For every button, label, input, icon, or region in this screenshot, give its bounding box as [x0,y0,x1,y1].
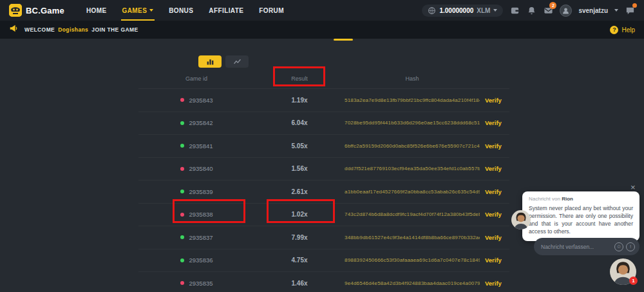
verify-button[interactable]: Verify [480,234,509,241]
chat-message-input[interactable] [541,244,612,250]
status-dot [180,98,184,102]
row-game-id: 2935843 [189,97,213,104]
game-id-cell: 2935842 [138,119,254,126]
table-row: 2935840 1.56x ddd7f521e87769103ecf94ea35… [138,158,509,181]
emoji-icon[interactable]: ☺ [614,242,623,251]
game-history-table: Game id Result Hash 2935843 1.19x 5183a2… [138,68,509,292]
chat-sender-name: Rion [562,196,573,202]
wallet-icon[interactable] [509,5,520,15]
row-result: 4.75x [254,257,345,264]
chat-launcher-avatar[interactable]: 1 [610,258,636,285]
row-game-id: 2935841 [189,142,213,150]
question-mark-icon: ? [610,26,618,34]
table-row: 2935838 1.02x 743c2d874b6d8a8dcdf9fc19ac… [138,204,509,227]
row-game-id: 2935837 [189,234,213,241]
table-row: 2935842 6.04x 7028be95dd95f441b633d6d296… [138,112,509,135]
status-dot [180,281,184,285]
table-row: 2935836 4.75x 8988392450666c53f30afaaaea… [138,249,509,273]
balance-selector[interactable]: 1.00000000 XLM [422,5,503,17]
chevron-down-icon [493,9,497,12]
announcement-text: WELCOME Dogishans JOIN THE GAME [24,26,138,33]
status-dot [180,235,184,239]
main-content: Game id Result Hash 2935843 1.19x 5183a2… [0,39,644,292]
verify-button[interactable]: Verify [480,257,509,264]
nav-item-affiliate[interactable]: AFFILIATE [209,0,243,21]
row-game-id: 2935835 [189,280,213,287]
row-result: 1.56x [254,165,345,172]
chat-message-text: System never placed any bet without your… [529,204,633,235]
bar-chart-icon [206,57,214,66]
announcement-suffix: JOIN THE GAME [91,26,138,33]
currency-label: XLM [477,7,490,14]
row-hash: ddd7f521e87769103ecf94ea35da50ee354efd1c… [345,166,480,171]
announcement-bar: WELCOME Dogishans JOIN THE GAME ? Help [0,21,644,39]
bell-icon[interactable] [526,5,536,15]
row-hash: a1bb0eaaf17ed4527669f2a0bba8cc53abab26c6… [345,189,480,195]
col-header-result: Result [254,75,345,82]
col-header-hash: Hash [345,75,480,82]
game-id-cell: 2935840 [138,165,254,172]
page: BC.Game HOMEGAMESBONUSAFFILIATEFORUM 1.0… [0,0,644,292]
announcement-username[interactable]: Dogishans [58,26,88,33]
status-dot [180,190,184,193]
bc-game-logo[interactable]: BC.Game [9,4,64,17]
verify-button[interactable]: Verify [480,97,509,104]
table-row: 2935841 5.05x 6bffc2a59159d2060d0abc85f5… [138,135,509,158]
username[interactable]: svenjatzu [578,7,608,14]
agent-avatar [511,210,531,229]
game-id-cell: 2935838 [138,211,254,218]
my-bets-toggle-button[interactable] [198,55,222,68]
verify-button[interactable]: Verify [480,119,509,126]
chevron-down-icon[interactable] [614,9,618,12]
topbar: BC.Game HOMEGAMESBONUSAFFILIATEFORUM 1.0… [0,0,644,21]
trend-toggle-button[interactable] [225,55,249,68]
close-icon[interactable]: × [630,183,636,191]
col-header-game-id: Game id [138,75,254,82]
help-label: Help [621,26,635,34]
row-hash: 7028be95dd95f441b633d6d296e0ae15cc6238dd… [345,120,480,126]
coin-globe-icon [428,6,436,15]
nav-item-home[interactable]: HOME [86,0,107,21]
row-result: 2.61x [254,188,345,195]
verify-button[interactable]: Verify [480,165,509,172]
chat-message-card: Nachricht von Rion System never placed a… [522,191,639,241]
status-dot [180,121,184,125]
trend-line-icon [233,57,242,66]
mail-badge: 2 [549,2,556,9]
verify-button[interactable]: Verify [480,188,509,195]
chevron-down-icon [149,9,153,12]
table-body: 2935843 1.19x 5183a2ea7e9d8e13fb79bbf21b… [138,89,509,292]
row-result: 7.99x [254,234,345,241]
balance-amount: 1.00000000 [439,7,473,14]
verify-button[interactable]: Verify [480,280,509,287]
nav-item-bonus[interactable]: BONUS [169,0,193,21]
chat-notification-dot [632,3,637,8]
status-dot [180,258,184,262]
table-row: 2935839 2.61x a1bb0eaaf17ed4527669f2a0bb… [138,180,509,204]
help-button[interactable]: ? Help [610,26,635,34]
row-game-id: 2935840 [189,165,213,172]
row-hash: 348bb9db61527e4c9f3e4a1414df8b8ba66ce897… [345,235,480,240]
status-dot [180,213,184,217]
row-game-id: 2935838 [189,211,213,218]
row-hash: 8988392450666c53f30afaaaea69c1d6a7c0407e… [345,257,480,263]
verify-button[interactable]: Verify [480,211,509,218]
topbar-right: 1.00000000 XLM 2 svenjatzu [422,5,635,17]
nav-item-games[interactable]: GAMES [122,0,154,21]
game-id-cell: 2935839 [138,188,254,195]
row-game-id: 2935839 [189,188,213,195]
user-avatar[interactable] [560,5,572,17]
game-id-cell: 2935835 [138,280,254,287]
nav-item-forum[interactable]: FORUM [259,0,284,21]
chat-icon[interactable] [625,5,635,15]
game-id-cell: 2935837 [138,234,254,241]
row-result: 1.46x [254,280,345,287]
chat-header-prefix: Nachricht von [529,196,560,202]
mail-icon[interactable]: 2 [543,5,553,15]
table-row: 2935837 7.99x 348bb9db61527e4c9f3e4a1414… [138,226,509,249]
game-id-cell: 2935843 [138,97,254,104]
verify-button[interactable]: Verify [480,142,509,150]
row-hash: 5183a2ea7e9d8e13fb79bbf21bc9ffc804dada4a… [345,97,480,103]
info-icon[interactable]: ! [626,242,635,251]
row-result: 6.04x [254,119,345,126]
